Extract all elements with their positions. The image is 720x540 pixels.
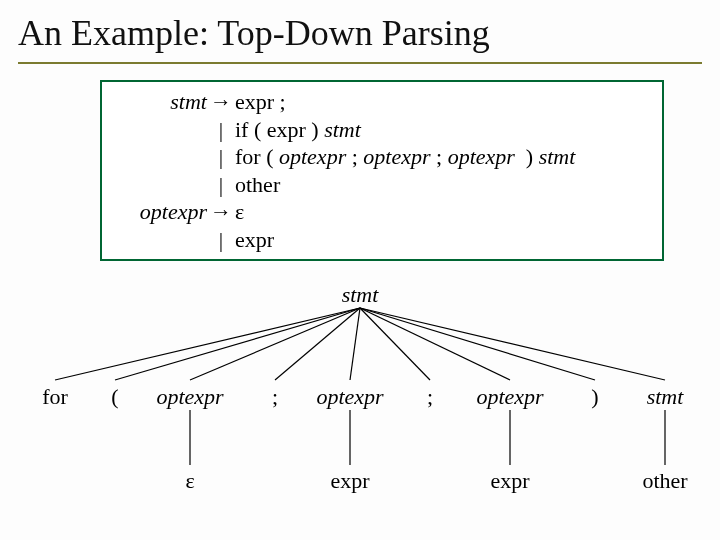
rhs: other xyxy=(235,171,652,199)
tree-node-stmt: stmt xyxy=(647,384,684,410)
text: ; xyxy=(431,144,448,169)
grammar-line: stmt → expr ; xyxy=(112,88,652,116)
svg-line-3 xyxy=(275,308,360,380)
grammar-line: | expr xyxy=(112,226,652,254)
lhs-empty xyxy=(112,226,207,254)
nonterminal: optexpr xyxy=(279,144,346,169)
grammar-line: | for ( optexpr ; optexpr ; optexpr ) st… xyxy=(112,143,652,171)
tree-leaf-epsilon: ε xyxy=(185,468,194,494)
bar-icon: | xyxy=(207,116,235,144)
tree-leaf-semi: ; xyxy=(427,384,433,410)
tree-leaf-for: for xyxy=(42,384,68,410)
tree-leaf-semi: ; xyxy=(272,384,278,410)
lhs-empty xyxy=(112,116,207,144)
text: for ( xyxy=(235,144,279,169)
arrow-icon: → xyxy=(207,198,235,226)
rhs: expr xyxy=(235,226,652,254)
nonterminal: stmt xyxy=(539,144,576,169)
svg-line-1 xyxy=(115,308,360,380)
grammar-line: | other xyxy=(112,171,652,199)
nonterminal: optexpr xyxy=(448,144,515,169)
bar-icon: | xyxy=(207,226,235,254)
grammar-line: optexpr → ε xyxy=(112,198,652,226)
tree-leaf-rparen: ) xyxy=(591,384,598,410)
tree-node-optexpr: optexpr xyxy=(316,384,383,410)
text: ) xyxy=(515,144,539,169)
tree-node-optexpr: optexpr xyxy=(156,384,223,410)
svg-line-8 xyxy=(360,308,665,380)
page-title: An Example: Top-Down Parsing xyxy=(0,0,720,60)
svg-line-0 xyxy=(55,308,360,380)
lhs-optexpr: optexpr xyxy=(112,198,207,226)
arrow-icon: → xyxy=(207,88,235,116)
nonterminal: stmt xyxy=(324,117,361,142)
bar-icon: | xyxy=(207,171,235,199)
lhs-empty xyxy=(112,143,207,171)
title-underline xyxy=(18,62,702,64)
svg-line-2 xyxy=(190,308,360,380)
rhs: expr ; xyxy=(235,88,652,116)
tree-leaf-other: other xyxy=(642,468,687,494)
bar-icon: | xyxy=(207,143,235,171)
rhs: if ( expr ) stmt xyxy=(235,116,652,144)
lhs-stmt: stmt xyxy=(112,88,207,116)
tree-leaf-expr: expr xyxy=(330,468,369,494)
parse-tree: stmt for ( optexpr ; optexpr ; optexpr )… xyxy=(0,280,720,530)
rhs-epsilon: ε xyxy=(235,198,652,226)
lhs-empty xyxy=(112,171,207,199)
grammar-box: stmt → expr ; | if ( expr ) stmt | for (… xyxy=(100,80,664,261)
nonterminal: optexpr xyxy=(363,144,430,169)
text: ; xyxy=(346,144,363,169)
tree-leaf-lparen: ( xyxy=(111,384,118,410)
svg-line-6 xyxy=(360,308,510,380)
svg-line-4 xyxy=(350,308,360,380)
tree-root: stmt xyxy=(342,282,379,308)
grammar-line: | if ( expr ) stmt xyxy=(112,116,652,144)
tree-leaf-expr: expr xyxy=(490,468,529,494)
text: if ( expr ) xyxy=(235,117,324,142)
rhs: for ( optexpr ; optexpr ; optexpr ) stmt xyxy=(235,143,652,171)
tree-node-optexpr: optexpr xyxy=(476,384,543,410)
